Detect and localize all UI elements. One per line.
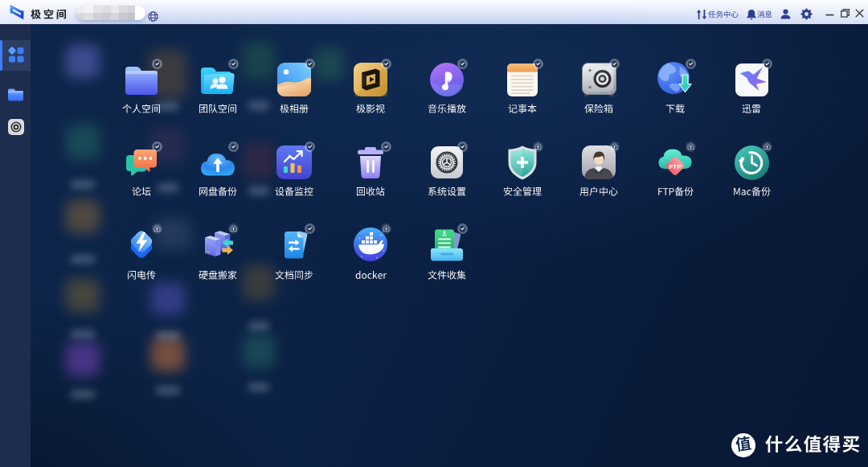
svg-text:FTP: FTP bbox=[669, 163, 682, 170]
